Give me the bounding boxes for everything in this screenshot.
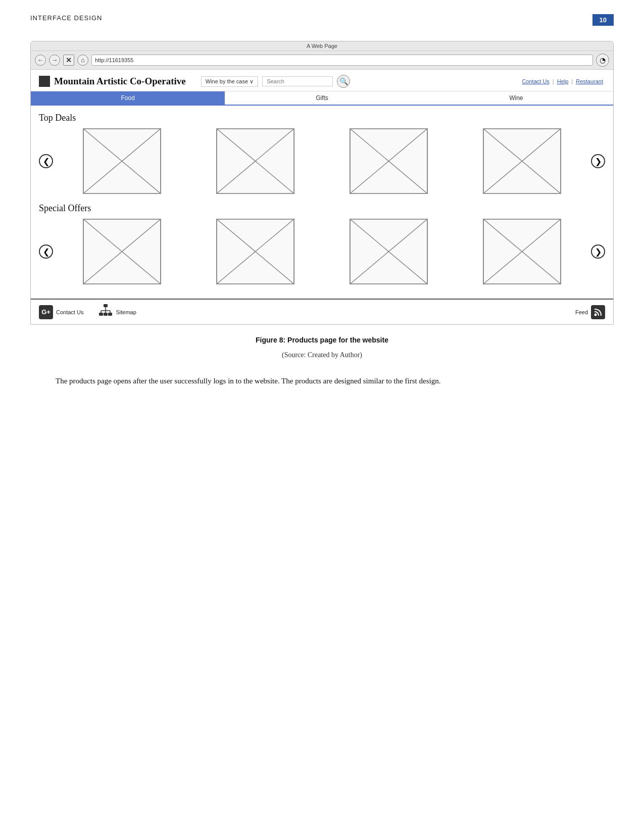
contact-us-link[interactable]: Contact Us bbox=[520, 78, 551, 84]
page-header: INTERFACE DESIGN 10 bbox=[0, 0, 644, 31]
footer-contact-label[interactable]: Contact Us bbox=[56, 309, 83, 315]
google-plus-icon[interactable]: G+ bbox=[39, 305, 53, 319]
search-input[interactable] bbox=[262, 76, 333, 86]
browser-mockup: A Web Page ← → ✕ ⌂ http://11619355 ◔ Mou… bbox=[30, 41, 614, 325]
browser-search-icon[interactable]: ◔ bbox=[596, 54, 609, 67]
site-title: Mountain Artistic Co-Operative bbox=[54, 76, 186, 87]
site-header: Mountain Artistic Co-Operative Wine by t… bbox=[31, 70, 613, 91]
browser-toolbar: ← → ✕ ⌂ http://11619355 ◔ bbox=[31, 51, 613, 70]
wine-dropdown[interactable]: Wine by the case ∨ bbox=[201, 76, 258, 87]
footer-feed-label[interactable]: Feed bbox=[575, 309, 588, 315]
forward-button[interactable]: → bbox=[49, 55, 60, 66]
content-area: Top Deals ❮ bbox=[31, 106, 613, 299]
rss-feed-icon[interactable] bbox=[591, 305, 605, 319]
website-content: Mountain Artistic Co-Operative Wine by t… bbox=[31, 70, 613, 324]
special-offers-section: Special Offers ❮ bbox=[39, 203, 605, 284]
svg-rect-26 bbox=[104, 313, 108, 316]
nav-bar: Food Gifts Wine bbox=[31, 91, 613, 106]
special-offers-prev-arrow[interactable]: ❮ bbox=[39, 244, 53, 259]
help-link[interactable]: Help bbox=[555, 78, 571, 84]
top-deals-carousel: ❮ bbox=[39, 128, 605, 194]
site-header-middle: Wine by the case ∨ 🔍 bbox=[201, 75, 515, 88]
restaurant-link[interactable]: Restaurant bbox=[574, 78, 605, 84]
top-deals-image-1 bbox=[83, 128, 161, 194]
top-deals-image-4 bbox=[483, 128, 561, 194]
url-bar[interactable]: http://11619355 bbox=[91, 55, 593, 66]
svg-rect-25 bbox=[99, 313, 103, 316]
close-button[interactable]: ✕ bbox=[63, 55, 74, 66]
home-button[interactable]: ⌂ bbox=[77, 55, 88, 66]
search-icon: 🔍 bbox=[339, 77, 348, 86]
footer-sitemap: Sitemap bbox=[98, 304, 136, 320]
special-offers-next-arrow[interactable]: ❯ bbox=[591, 244, 605, 259]
top-deals-next-arrow[interactable]: ❯ bbox=[591, 154, 605, 168]
back-button[interactable]: ← bbox=[35, 55, 46, 66]
figure-caption: Figure 8: Products page for the website bbox=[30, 336, 614, 344]
page-number: 10 bbox=[592, 14, 614, 26]
special-offers-carousel: ❮ bbox=[39, 219, 605, 284]
top-deals-section: Top Deals ❮ bbox=[39, 113, 605, 194]
svg-point-33 bbox=[595, 313, 597, 316]
document-title: INTERFACE DESIGN bbox=[30, 14, 102, 22]
special-offers-image-2 bbox=[216, 219, 294, 284]
top-deals-title: Top Deals bbox=[39, 113, 605, 123]
top-deals-prev-arrow[interactable]: ❮ bbox=[39, 154, 53, 168]
nav-gifts[interactable]: Gifts bbox=[225, 91, 419, 105]
special-offers-image-1 bbox=[83, 219, 161, 284]
site-logo-block: Mountain Artistic Co-Operative bbox=[39, 76, 186, 87]
svg-rect-24 bbox=[104, 304, 108, 307]
site-footer: G+ Contact Us bbox=[31, 299, 613, 324]
site-logo-icon bbox=[39, 76, 50, 87]
footer-feed: Feed bbox=[575, 305, 605, 319]
header-links: Contact Us | Help | Restaurant bbox=[520, 78, 605, 84]
top-deals-image-3 bbox=[350, 128, 428, 194]
special-offers-title: Special Offers bbox=[39, 203, 605, 214]
footer-sitemap-label[interactable]: Sitemap bbox=[116, 309, 136, 315]
top-deals-image-2 bbox=[216, 128, 294, 194]
top-deals-images bbox=[53, 128, 591, 194]
special-offers-images bbox=[53, 219, 591, 284]
special-offers-image-3 bbox=[350, 219, 428, 284]
sitemap-icon bbox=[98, 304, 113, 320]
special-offers-image-4 bbox=[483, 219, 561, 284]
figure-source: (Source: Created by Author) bbox=[30, 351, 614, 359]
footer-contact: G+ Contact Us bbox=[39, 305, 83, 319]
header-search-button[interactable]: 🔍 bbox=[337, 75, 350, 88]
browser-titlebar: A Web Page bbox=[31, 41, 613, 51]
nav-wine[interactable]: Wine bbox=[419, 91, 613, 105]
body-text-area: The products page opens after the user s… bbox=[30, 373, 614, 388]
figure-caption-area: Figure 8: Products page for the website … bbox=[30, 336, 614, 359]
svg-rect-27 bbox=[108, 313, 112, 316]
nav-food[interactable]: Food bbox=[31, 91, 225, 105]
body-paragraph: The products page opens after the user s… bbox=[30, 373, 614, 388]
